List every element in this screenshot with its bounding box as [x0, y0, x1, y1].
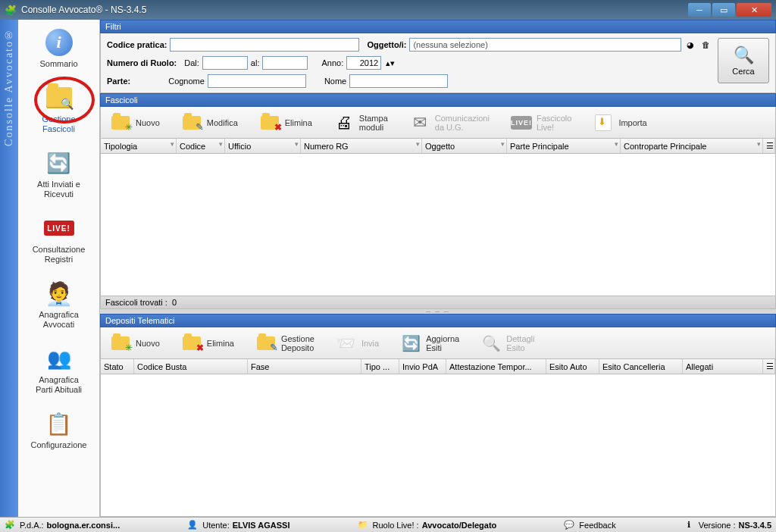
filter-icon[interactable]: ▾ — [416, 140, 420, 148]
cognome-input[interactable] — [208, 74, 306, 88]
nav-consultazione-registri[interactable]: LIVE! ConsultazioneRegistri — [33, 213, 86, 264]
oggetto-select[interactable]: (nessuna selezione) — [409, 38, 681, 52]
folder-edit-icon — [183, 116, 201, 130]
fascicoli-grid-header: Tipologia▾ Codice▾ Ufficio▾ Numero RG▾ O… — [100, 139, 776, 154]
filter-icon[interactable]: ▾ — [501, 140, 505, 148]
oggetto-dropdown-icon[interactable]: ◕ — [684, 39, 696, 51]
nav-gestione-fascicoli[interactable]: GestioneFascicoli — [42, 83, 75, 134]
settings-icon: 📋 — [45, 412, 72, 437]
cerca-button[interactable]: 🔍 Cerca — [718, 38, 769, 83]
col-ufficio[interactable]: Ufficio▾ — [225, 139, 301, 153]
col-fase[interactable]: Fase — [248, 359, 361, 374]
filter-icon[interactable]: ▾ — [615, 140, 618, 148]
user-icon: 👤 — [187, 520, 198, 530]
col-codice-busta[interactable]: Codice Busta — [134, 359, 248, 374]
nav-sommario[interactable]: i Sommario — [39, 27, 77, 69]
depositi-elimina-button[interactable]: Elimina — [178, 331, 237, 355]
codice-pratica-input[interactable] — [170, 38, 359, 52]
depositi-nuovo-button[interactable]: Nuovo — [107, 331, 163, 355]
app-icon: 🧩 — [5, 5, 17, 16]
nav-label: Atti Inviati eRicevuti — [37, 180, 80, 199]
fascicoli-elimina-button[interactable]: Elimina — [256, 111, 315, 135]
oggetto-clear-icon[interactable]: 🗑 — [699, 39, 712, 51]
numero-ruolo-label: Numero di Ruolo: — [107, 58, 177, 67]
col-invio-pda[interactable]: Invio PdA — [399, 359, 446, 374]
depositi-aggiorna-button[interactable]: 🔄AggiornaEsiti — [397, 331, 462, 355]
anno-input[interactable] — [346, 56, 381, 70]
minimize-button[interactable]: ─ — [688, 3, 711, 17]
maximize-button[interactable]: ▭ — [712, 3, 735, 17]
nome-input[interactable] — [349, 74, 448, 88]
details-icon: 🔍 — [482, 334, 501, 352]
live-icon: LIVE! — [511, 116, 532, 130]
fascicoli-comunicazioni-button[interactable]: ✉Comunicazionida U.G. — [406, 111, 493, 135]
fascicoli-grid-body[interactable] — [100, 154, 776, 296]
col-oggetto[interactable]: Oggetto▾ — [422, 139, 507, 153]
cognome-label: Cognome — [168, 77, 205, 86]
users-icon: 👥 — [47, 347, 71, 371]
col-attestazione[interactable]: Attestazione Tempor... — [446, 359, 546, 374]
arrows-icon: 🔄 — [46, 152, 70, 175]
depositi-gestione-button[interactable]: GestioneDeposito — [252, 331, 318, 355]
filter-icon[interactable]: ▾ — [171, 140, 174, 148]
fascicoli-modifica-button[interactable]: Modifica — [178, 111, 241, 135]
title-bar: 🧩 Consolle Avvocato® - NS-3.4.5 ─ ▭ ✕ — [0, 0, 776, 20]
depositi-grid-body[interactable] — [100, 374, 776, 517]
col-tipo[interactable]: Tipo ... — [361, 359, 399, 374]
nav-anagrafica-avvocati[interactable]: 🧑‍💼 AnagraficaAvvocati — [39, 278, 79, 330]
close-button[interactable]: ✕ — [737, 3, 771, 17]
feedback-link[interactable]: Feedback — [579, 521, 615, 530]
col-parte-principale[interactable]: Parte Principale▾ — [507, 139, 621, 153]
refresh-icon: 🔄 — [402, 334, 421, 352]
side-navigation: i Sommario GestioneFascicoli 🔄 Atti Invi… — [18, 20, 100, 517]
fascicoli-importa-button[interactable]: Importa — [590, 111, 649, 135]
dal-label: Dal: — [184, 58, 199, 67]
fascicoli-nuovo-button[interactable]: Nuovo — [107, 111, 163, 135]
folder-new-icon — [111, 116, 130, 130]
col-stato[interactable]: Stato — [101, 359, 134, 374]
utente-segment: Utente: ELVIS AGASSI — [202, 521, 289, 530]
col-esito-auto[interactable]: Esito Auto — [546, 359, 599, 374]
window-title: Consolle Avvocato® - NS-3.4.5 — [21, 5, 688, 15]
pda-icon: 🧩 — [5, 520, 15, 530]
oggetto-label: Oggetto/i: — [367, 40, 406, 49]
anno-stepper-icon[interactable]: ▴▾ — [384, 57, 396, 69]
col-controparte[interactable]: Controparte Principale▾ — [621, 139, 763, 153]
anno-label: Anno: — [321, 58, 343, 67]
al-label: al: — [251, 58, 260, 67]
filter-icon[interactable]: ▾ — [757, 140, 761, 148]
fascicoli-live-button[interactable]: LIVE!FascicoloLive! — [508, 111, 574, 135]
nav-atti-inviati[interactable]: 🔄 Atti Inviati eRicevuti — [37, 148, 80, 199]
nav-label: AnagraficaParti Abituali — [36, 375, 82, 395]
send-icon: 📨 — [336, 334, 355, 352]
status-bar: 🧩 P.d.A.: bologna.er.consi... 👤 Utente: … — [0, 517, 776, 532]
nav-label: Configurazione — [31, 440, 87, 450]
fascicoli-found-row: Fascicoli trovati : 0 — [100, 296, 776, 309]
depositi-invia-button[interactable]: 📨Invia — [333, 331, 382, 355]
mail-icon: ✉ — [413, 113, 427, 133]
col-numero-rg[interactable]: Numero RG▾ — [301, 139, 422, 153]
col-tipologia[interactable]: Tipologia▾ — [101, 139, 177, 153]
col-picker[interactable]: ☰ — [763, 139, 775, 153]
printer-icon: 🖨 — [336, 113, 352, 133]
col-allegati[interactable]: Allegati — [683, 359, 763, 374]
codice-pratica-label: Codice pratica: — [107, 40, 167, 49]
dal-input[interactable] — [202, 56, 248, 70]
col-codice[interactable]: Codice▾ — [177, 139, 225, 153]
col-picker[interactable]: ☰ — [763, 359, 775, 374]
filter-icon[interactable]: ▾ — [295, 140, 299, 148]
nav-configurazione[interactable]: 📋 Configurazione — [31, 408, 87, 450]
folder-gear-icon — [257, 336, 275, 350]
nav-anagrafica-parti[interactable]: 👥 AnagraficaParti Abituali — [36, 343, 82, 395]
feedback-icon: 💬 — [564, 520, 574, 530]
depositi-dettagli-button[interactable]: 🔍DettagliEsito — [477, 331, 537, 355]
col-esito-cancelleria[interactable]: Esito Cancelleria — [599, 359, 683, 374]
folder-icon: 📁 — [358, 520, 368, 530]
nav-label: ConsultazioneRegistri — [33, 245, 86, 264]
nav-label: AnagraficaAvvocati — [39, 310, 79, 330]
filter-icon[interactable]: ▾ — [219, 140, 223, 148]
folder-delete-icon — [183, 336, 201, 350]
fascicoli-stampa-button[interactable]: 🖨Stampamoduli — [330, 111, 391, 135]
al-input[interactable] — [262, 56, 308, 70]
nome-label: Nome — [324, 77, 346, 86]
